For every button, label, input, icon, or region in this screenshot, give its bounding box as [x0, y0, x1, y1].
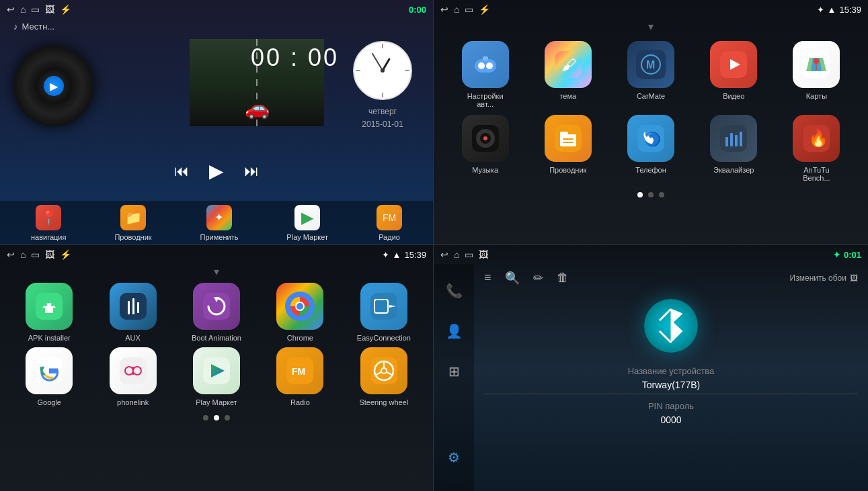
app-boot-animation[interactable]: Boot Animation: [177, 283, 255, 342]
app-google[interactable]: Google: [10, 347, 88, 406]
app-play-market[interactable]: ▶ Play Маркет: [286, 205, 328, 241]
device-name-label: Название устройства: [484, 366, 858, 376]
dot-2-tr[interactable]: [648, 192, 654, 197]
status-time: 0:00: [409, 5, 426, 15]
edit-wallpaper-btn[interactable]: Изменить обои 🖼: [790, 273, 858, 283]
pin-code-label: PIN пароль: [484, 401, 858, 411]
status-bar-top-right: ↩ ⌂ ▭ ⚡ ✦ ▲ 15:39: [434, 0, 868, 19]
delete-icon[interactable]: 🗑: [557, 271, 569, 285]
radio-label: Радио: [379, 233, 400, 241]
boot-animation-label: Boot Animation: [192, 334, 241, 342]
app-radio[interactable]: FM Радио: [377, 205, 402, 241]
wifi-icon-bl: ▲: [393, 250, 401, 260]
home-icon-br[interactable]: ⌂: [454, 249, 459, 260]
dot-1-tr[interactable]: [637, 192, 643, 197]
prev-button[interactable]: ⏮: [174, 163, 189, 180]
app-maps[interactable]: Карты: [779, 41, 855, 108]
apply-icon: ✦: [206, 205, 232, 230]
app-radio-bl[interactable]: FM Radio: [261, 347, 339, 406]
search-toolbar-icon[interactable]: 🔍: [505, 271, 520, 285]
home-icon-tr[interactable]: ⌂: [454, 4, 459, 15]
dot-2-bl[interactable]: [214, 415, 219, 420]
list-view-icon[interactable]: ≡: [484, 271, 491, 285]
app-easy-connection[interactable]: EasyConnection: [345, 283, 423, 342]
app-antutu[interactable]: 🔥 AnTuTu Bench...: [779, 115, 855, 182]
app-grid-bl: APK installer AUX Boot Animation: [0, 279, 433, 410]
video-icon: [710, 41, 757, 88]
windows-icon[interactable]: ▭: [31, 4, 40, 15]
image-icon[interactable]: 🖼: [45, 4, 54, 15]
expand-chevron-bl[interactable]: ▾: [0, 264, 433, 279]
app-steering-wheel[interactable]: Steering wheel: [345, 347, 423, 406]
phone-sidebar-icon[interactable]: 📞: [440, 277, 468, 304]
google-icon: [26, 347, 73, 394]
svg-text:FM: FM: [292, 366, 305, 377]
radio-bl-icon: FM: [276, 347, 323, 394]
google-label: Google: [37, 398, 61, 406]
back-icon-br[interactable]: ↩: [440, 249, 448, 260]
app-files[interactable]: Проводник: [530, 115, 606, 182]
device-info-panel: Название устройства Torway(177B) PIN пар…: [484, 366, 858, 425]
app-aux[interactable]: AUX: [93, 283, 171, 342]
device-name-value: Torway(177B): [484, 380, 858, 394]
edit-wallpaper-label: Изменить обои: [790, 273, 846, 283]
play-button[interactable]: ▶: [209, 160, 224, 182]
usb-icon-tr[interactable]: ⚡: [479, 4, 490, 15]
app-theme[interactable]: 🖌 тема: [530, 41, 606, 108]
next-button[interactable]: ⏭: [244, 163, 259, 180]
phone-icon: 🔵: [627, 115, 674, 162]
app-phone[interactable]: 🔵 Телефон: [613, 115, 688, 182]
antutu-icon: 🔥: [793, 115, 840, 162]
back-icon-tr[interactable]: ↩: [440, 4, 448, 15]
svg-rect-33: [720, 125, 747, 152]
music-note-icon: ♪: [13, 21, 18, 32]
svg-point-20: [814, 58, 819, 64]
back-icon[interactable]: ↩: [7, 4, 15, 15]
app-phonelink[interactable]: phonelink: [93, 347, 171, 406]
gear-sidebar-icon[interactable]: ⚙: [442, 444, 465, 471]
home-icon[interactable]: ⌂: [20, 4, 26, 15]
aux-icon: [110, 283, 157, 330]
contact-sidebar-icon[interactable]: 👤: [440, 318, 468, 345]
status-icons-left: ↩ ⌂ ▭ 🖼 ⚡: [7, 4, 71, 15]
files-icon: [545, 115, 592, 162]
usb-icon[interactable]: ⚡: [60, 4, 71, 15]
dot-3-tr[interactable]: [659, 192, 664, 197]
chrome-icon: [276, 283, 323, 330]
windows-icon-tr[interactable]: ▭: [465, 4, 473, 15]
image-icon-bl[interactable]: 🖼: [45, 249, 54, 260]
play-market-bl-icon: [193, 347, 240, 394]
app-chrome[interactable]: Chrome: [261, 283, 339, 342]
edit-contact-icon[interactable]: ✏: [533, 271, 543, 285]
dot-3-bl[interactable]: [225, 415, 230, 420]
app-play-market-bl[interactable]: Play Маркет: [177, 347, 255, 406]
clock-day: четверг: [352, 107, 413, 116]
app-apply[interactable]: ✦ Применить: [200, 205, 239, 241]
app-music[interactable]: Музыка: [447, 115, 523, 182]
app-navigation[interactable]: 📍 навигация: [31, 205, 66, 241]
app-file-manager[interactable]: 📁 Проводник: [114, 205, 151, 241]
app-carmate[interactable]: M CarMate: [613, 41, 688, 108]
bluetooth-sidebar: 📞 👤 ⊞ ⚙: [434, 264, 474, 491]
dialpad-sidebar-icon[interactable]: ⊞: [443, 358, 465, 385]
app-video[interactable]: Видео: [696, 41, 772, 108]
dot-1-bl[interactable]: [203, 415, 208, 420]
app-settings-car[interactable]: Настройки авт...: [447, 41, 523, 108]
image-icon-br[interactable]: 🖼: [479, 249, 488, 260]
usb-icon-bl[interactable]: ⚡: [60, 249, 71, 260]
home-icon-bl[interactable]: ⌂: [20, 249, 26, 260]
app-equalizer[interactable]: Эквалайзер: [696, 115, 772, 182]
expand-chevron-tr[interactable]: ▾: [434, 19, 868, 34]
app-apk-installer[interactable]: APK installer: [10, 283, 88, 342]
nav-icons-bl: ↩ ⌂ ▭ 🖼 ⚡: [7, 249, 71, 260]
back-icon-bl[interactable]: ↩: [7, 249, 15, 260]
carmate-icon: M: [627, 41, 674, 88]
svg-rect-28: [560, 132, 568, 136]
windows-icon-bl[interactable]: ▭: [31, 249, 40, 260]
equalizer-icon: [710, 115, 757, 162]
status-bar-bottom-left: ↩ ⌂ ▭ 🖼 ⚡ ✦ ▲ 15:39: [0, 245, 433, 264]
svg-point-10: [486, 62, 493, 69]
settings-car-label: Настройки авт...: [459, 92, 512, 108]
windows-icon-br[interactable]: ▭: [465, 249, 473, 260]
theme-icon: 🖌: [545, 41, 592, 88]
